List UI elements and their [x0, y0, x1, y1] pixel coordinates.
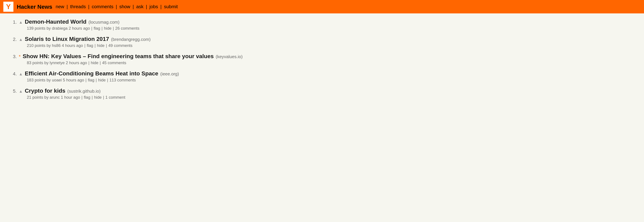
upvote-arrow-icon[interactable]: ▲: [19, 89, 23, 94]
upvote-star-icon: *: [19, 54, 21, 59]
meta-sep: |: [82, 95, 82, 100]
story-flag-link[interactable]: flag: [84, 95, 90, 100]
meta-sep: |: [102, 26, 102, 30]
story-time: 2 hours ago: [68, 26, 90, 30]
story-item: 3.*Show HN: Key Values – Find engineerin…: [8, 53, 636, 65]
story-meta: 183 points by uoaei 5 hours ago|flag|hid…: [27, 78, 636, 82]
upvote-arrow-icon[interactable]: ▲: [19, 20, 23, 25]
story-hide-link[interactable]: hide: [97, 43, 104, 48]
story-title-link[interactable]: Efficient Air-Conditioning Beams Heat in…: [25, 70, 158, 77]
upvote-arrow-icon[interactable]: ▲: [19, 72, 23, 76]
story-item: 4.▲Efficient Air-Conditioning Beams Heat…: [8, 70, 636, 82]
nav-separator: |: [146, 4, 147, 9]
story-points: 21 points by: [27, 95, 50, 100]
meta-sep: |: [84, 43, 85, 48]
story-title-link[interactable]: Show HN: Key Values – Find engineering t…: [23, 53, 214, 59]
story-flag-link[interactable]: flag: [87, 43, 93, 48]
story-time: 5 hours ago: [62, 78, 84, 82]
story-user-link[interactable]: lynnetye: [50, 60, 64, 65]
meta-sep: |: [113, 26, 114, 30]
story-time: 1 hour ago: [60, 95, 80, 100]
story-item: 2.▲Solaris to Linux Migration 2017 (bren…: [8, 36, 636, 48]
story-item: 5.▲Crypto for kids (sustrik.github.io)21…: [8, 87, 636, 100]
story-meta: 83 points by lynnetye 2 hours ago|hide|4…: [27, 60, 636, 65]
story-meta: 139 points by drabiega 2 hours ago|flag|…: [27, 26, 636, 31]
nav-link-new[interactable]: new: [56, 4, 64, 9]
meta-sep: |: [103, 95, 104, 100]
story-points: 183 points by: [27, 78, 52, 82]
story-list: 1.▲Demon-Haunted World (locusmag.com)139…: [8, 18, 636, 100]
story-domain: (keyvalues.io): [216, 54, 242, 59]
meta-sep: |: [94, 43, 96, 48]
story-comments-link[interactable]: 1 comment: [105, 95, 125, 100]
nav-link-ask[interactable]: ask: [136, 4, 144, 9]
story-title-row: 4.▲Efficient Air-Conditioning Beams Heat…: [8, 70, 636, 77]
story-number: 1.: [8, 19, 17, 25]
story-hide-link[interactable]: hide: [91, 60, 98, 65]
nav-separator: |: [88, 4, 90, 9]
story-points: 210 points by: [27, 43, 52, 48]
nav-separator: |: [116, 4, 117, 9]
story-title-link[interactable]: Demon-Haunted World: [25, 18, 86, 25]
story-domain: (brendangregg.com): [111, 37, 150, 42]
nav-link-submit[interactable]: submit: [164, 4, 178, 9]
story-hide-link[interactable]: hide: [94, 95, 102, 100]
logo-box[interactable]: Y: [3, 2, 14, 12]
story-title-row: 1.▲Demon-Haunted World (locusmag.com): [8, 18, 636, 25]
story-hide-link[interactable]: hide: [104, 26, 111, 30]
story-number: 2.: [8, 37, 17, 42]
story-time: 2 hours ago: [64, 60, 87, 65]
nav-link-comments[interactable]: comments: [92, 4, 113, 9]
main-content: 1.▲Demon-Haunted World (locusmag.com)139…: [0, 13, 644, 110]
story-title-link[interactable]: Crypto for kids: [25, 87, 66, 94]
story-user-link[interactable]: drabiega: [52, 26, 68, 30]
story-title-row: 2.▲Solaris to Linux Migration 2017 (bren…: [8, 36, 636, 42]
story-meta: 21 points by arunc 1 hour ago|flag|hide|…: [27, 95, 636, 100]
story-number: 5.: [8, 88, 17, 94]
story-domain: (ieee.org): [160, 71, 179, 77]
story-time: 4 hours ago: [60, 43, 83, 48]
story-flag-link[interactable]: flag: [88, 78, 94, 82]
story-number: 3.: [8, 54, 17, 59]
nav-separator: |: [133, 4, 134, 9]
story-item: 1.▲Demon-Haunted World (locusmag.com)139…: [8, 18, 636, 31]
story-domain: (locusmag.com): [88, 20, 120, 25]
meta-sep: |: [88, 60, 90, 65]
story-flag-link[interactable]: flag: [94, 26, 100, 30]
story-title-link[interactable]: Solaris to Linux Migration 2017: [25, 36, 109, 42]
logo-y: Y: [6, 3, 11, 10]
story-number: 4.: [8, 71, 17, 77]
story-title-row: 5.▲Crypto for kids (sustrik.github.io): [8, 87, 636, 94]
story-comments-link[interactable]: 45 comments: [102, 60, 126, 65]
story-user-link[interactable]: arunc: [50, 95, 60, 100]
story-meta: 210 points by hs86 4 hours ago|flag|hide…: [27, 43, 636, 48]
story-title-row: 3.*Show HN: Key Values – Find engineerin…: [8, 53, 636, 59]
upvote-arrow-icon[interactable]: ▲: [19, 37, 23, 42]
story-comments-link[interactable]: 49 comments: [108, 43, 132, 48]
meta-sep: |: [107, 78, 108, 82]
site-title: Hacker News: [17, 3, 52, 10]
story-comments-link[interactable]: 26 comments: [115, 26, 139, 30]
story-user-link[interactable]: uoaei: [52, 78, 62, 82]
nav-link-jobs[interactable]: jobs: [150, 4, 158, 9]
nav-link-show[interactable]: show: [119, 4, 130, 9]
site-header: Y Hacker News new|threads|comments|show|…: [0, 0, 644, 13]
story-comments-link[interactable]: 113 comments: [109, 78, 136, 82]
story-user-link[interactable]: hs86: [52, 43, 60, 48]
main-nav: new|threads|comments|show|ask|jobs|submi…: [56, 4, 178, 9]
story-domain: (sustrik.github.io): [68, 89, 100, 94]
nav-separator: |: [160, 4, 162, 9]
story-points: 139 points by: [27, 26, 52, 30]
meta-sep: |: [91, 26, 92, 30]
story-hide-link[interactable]: hide: [98, 78, 106, 82]
meta-sep: |: [100, 60, 101, 65]
nav-link-threads[interactable]: threads: [70, 4, 86, 9]
story-points: 83 points by: [27, 60, 50, 65]
nav-separator: |: [66, 4, 68, 9]
meta-sep: |: [106, 43, 107, 48]
meta-sep: |: [96, 78, 97, 82]
meta-sep: |: [86, 78, 86, 82]
meta-sep: |: [92, 95, 93, 100]
